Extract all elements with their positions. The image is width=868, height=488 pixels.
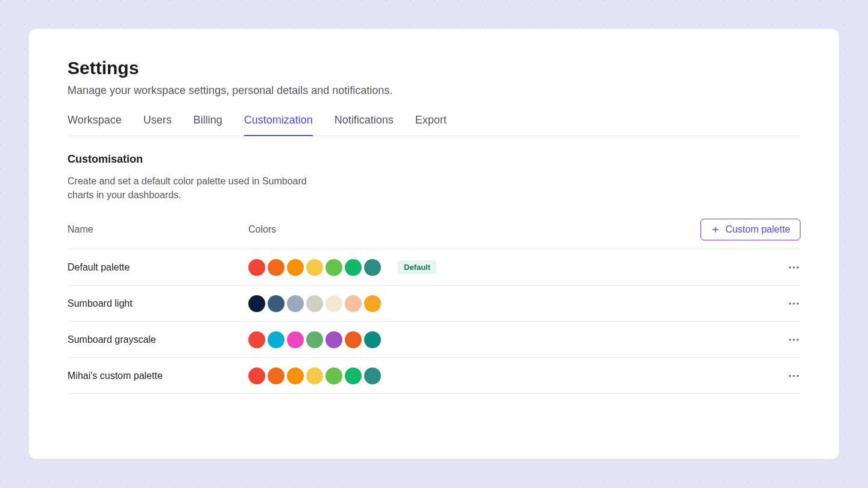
palette-name: Sumboard light xyxy=(68,298,248,309)
svg-point-3 xyxy=(789,302,791,305)
color-swatch xyxy=(345,295,362,312)
tab-export[interactable]: Export xyxy=(415,114,447,136)
page-title: Settings xyxy=(68,58,800,78)
svg-point-0 xyxy=(789,266,791,269)
column-header-action: Custom palette xyxy=(700,219,800,240)
palette-name: Sumboard grayscale xyxy=(68,334,248,345)
tab-billing[interactable]: Billing xyxy=(193,114,222,136)
more-horizontal-icon xyxy=(787,369,800,383)
color-swatch xyxy=(248,295,265,312)
color-swatch xyxy=(364,368,381,384)
color-swatch xyxy=(268,331,285,348)
row-actions-menu[interactable] xyxy=(776,333,800,346)
row-actions-menu[interactable] xyxy=(776,261,800,274)
settings-card: Settings Manage your workspace settings,… xyxy=(29,29,839,459)
page-subtitle: Manage your workspace settings, personal… xyxy=(68,84,800,97)
column-header-colors: Colors xyxy=(248,224,700,235)
color-swatch xyxy=(306,259,323,276)
color-swatch xyxy=(248,259,265,276)
color-swatch xyxy=(287,331,304,348)
palette-row: Sumboard light xyxy=(68,286,800,322)
tab-users[interactable]: Users xyxy=(143,114,172,136)
svg-point-9 xyxy=(789,375,791,377)
color-swatch xyxy=(345,331,362,348)
palette-table-body: Default paletteDefaultSumboard lightSumb… xyxy=(68,249,800,394)
color-swatch xyxy=(268,259,285,276)
color-swatch xyxy=(326,259,342,276)
tab-workspace[interactable]: Workspace xyxy=(68,114,122,136)
svg-point-7 xyxy=(793,339,795,341)
plus-icon xyxy=(711,225,720,234)
svg-point-5 xyxy=(797,302,799,305)
svg-point-10 xyxy=(793,375,795,377)
svg-point-6 xyxy=(789,339,791,341)
add-custom-palette-button[interactable]: Custom palette xyxy=(700,219,800,240)
svg-point-1 xyxy=(793,266,795,269)
color-swatch xyxy=(287,295,304,312)
palette-swatches: Default xyxy=(248,259,776,276)
palette-table-header: Name Colors Custom palette xyxy=(68,219,800,249)
palette-name: Default palette xyxy=(68,262,248,273)
color-swatch xyxy=(364,295,381,312)
section-description: Create and set a default color palette u… xyxy=(68,174,333,202)
palette-swatches xyxy=(248,368,776,384)
palette-swatches xyxy=(248,295,776,312)
section-title: Customisation xyxy=(68,153,800,166)
tab-customization[interactable]: Customization xyxy=(244,114,313,136)
tabs-bar: WorkspaceUsersBillingCustomizationNotifi… xyxy=(68,114,800,136)
palette-row: Sumboard grayscale xyxy=(68,322,800,358)
palette-name: Mihai's custom palette xyxy=(68,371,248,381)
palette-swatches xyxy=(248,331,776,348)
color-swatch xyxy=(248,331,265,348)
row-actions-menu[interactable] xyxy=(776,297,800,310)
palette-row: Default paletteDefault xyxy=(68,249,800,286)
tab-notifications[interactable]: Notifications xyxy=(335,114,394,136)
more-horizontal-icon xyxy=(787,297,800,310)
color-swatch xyxy=(306,295,323,312)
column-header-name: Name xyxy=(68,224,248,235)
svg-point-4 xyxy=(793,302,795,305)
color-swatch xyxy=(326,331,342,348)
color-swatch xyxy=(345,259,362,276)
more-horizontal-icon xyxy=(787,333,800,346)
svg-point-8 xyxy=(797,339,799,341)
more-horizontal-icon xyxy=(787,261,800,274)
color-swatch xyxy=(326,295,342,312)
svg-point-11 xyxy=(797,375,799,377)
color-swatch xyxy=(287,368,304,384)
palette-row: Mihai's custom palette xyxy=(68,358,800,394)
color-swatch xyxy=(364,259,381,276)
color-swatch xyxy=(364,331,381,348)
color-swatch xyxy=(306,368,323,384)
color-swatch xyxy=(248,368,265,384)
row-actions-menu[interactable] xyxy=(776,369,800,383)
color-swatch xyxy=(345,368,362,384)
color-swatch xyxy=(268,295,285,312)
default-badge: Default xyxy=(398,260,436,274)
color-swatch xyxy=(268,368,285,384)
color-swatch xyxy=(326,368,342,384)
add-custom-palette-label: Custom palette xyxy=(725,224,790,235)
svg-point-2 xyxy=(797,266,799,269)
color-swatch xyxy=(287,259,304,276)
color-swatch xyxy=(306,331,323,348)
